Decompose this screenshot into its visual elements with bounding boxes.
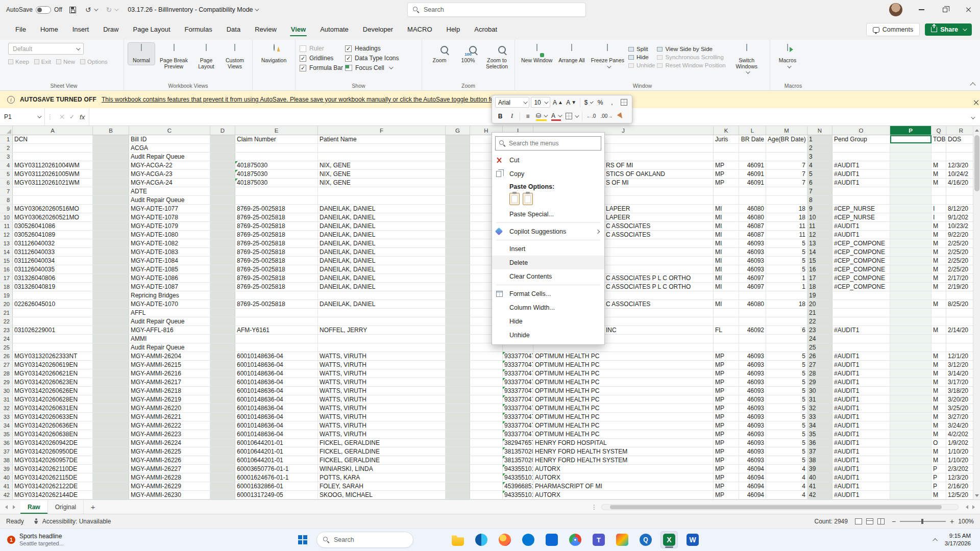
cell-e5[interactable]: 401875030 [235, 170, 318, 178]
cell-d11[interactable] [210, 222, 235, 230]
cell-h41[interactable] [470, 482, 503, 490]
row-header-38[interactable]: 38 [0, 456, 13, 464]
cell-o6[interactable]: #AUDIT1 [832, 179, 890, 187]
cell-n27[interactable]: 27 [807, 361, 832, 369]
cell-c9[interactable]: MGY-ADTE-1077 [129, 205, 210, 213]
row-header-12[interactable]: 12 [0, 231, 13, 239]
cell-h37[interactable] [470, 447, 503, 456]
cell-l13[interactable]: 46093 [739, 239, 766, 247]
cell-q41[interactable]: P [932, 482, 946, 490]
cell-d25[interactable] [210, 343, 235, 352]
comma-format-button[interactable]: , [607, 97, 617, 108]
cell-m9[interactable]: 18 [766, 205, 807, 213]
autosave-control[interactable]: AutoSave Off [6, 6, 62, 14]
cell-m19[interactable] [766, 291, 807, 299]
cell-q11[interactable]: M [932, 222, 946, 230]
cell-g31[interactable] [446, 395, 470, 404]
cell-c37[interactable]: MGY-AMMI-26225 [129, 447, 210, 456]
row-header-16[interactable]: 16 [0, 265, 13, 273]
cell-f27[interactable]: WATTS, VIRUTH [318, 361, 446, 369]
cell-n20[interactable]: 20 [807, 300, 832, 308]
cell-n39[interactable]: 39 [807, 465, 832, 473]
cell-f8[interactable] [318, 196, 446, 204]
cell-r32[interactable]: 3/25/20 [946, 404, 976, 412]
cell-m35[interactable]: 5 [766, 430, 807, 438]
cell-k13[interactable]: MI [714, 239, 739, 247]
cell-a8[interactable] [13, 196, 93, 204]
cell-j36[interactable]: HENRY FORD HOSPITAL [533, 439, 714, 447]
cell-p29[interactable] [890, 378, 932, 386]
cell-c38[interactable]: MGY-AMMI-26226 [129, 456, 210, 464]
cell-e2[interactable] [235, 144, 318, 152]
bold-button[interactable]: B [495, 111, 505, 121]
cell-k17[interactable]: MI [714, 274, 739, 282]
cell-a41[interactable]: MGY031420262122DE [13, 482, 93, 490]
cell-b19[interactable] [93, 291, 129, 299]
cell-g18[interactable] [446, 283, 470, 291]
cell-n33[interactable]: 33 [807, 413, 832, 421]
cell-r12[interactable]: 9/22/20 [946, 231, 976, 239]
cell-r26[interactable]: 12/1/20 [946, 352, 976, 360]
cell-k15[interactable]: MI [714, 257, 739, 265]
cell-p20[interactable] [890, 300, 932, 308]
cell-e15[interactable]: 8769-25-0025818 [235, 257, 318, 265]
new-sheet-button[interactable]: + [88, 502, 98, 512]
cell-l29[interactable]: 46093 [739, 378, 766, 386]
cell-b40[interactable] [93, 473, 129, 482]
cell-l30[interactable]: 46093 [739, 387, 766, 395]
cell-r24[interactable] [946, 335, 976, 343]
cell-p39[interactable] [890, 465, 932, 473]
cell-g8[interactable] [446, 196, 470, 204]
cell-n19[interactable]: 19 [807, 291, 832, 299]
cell-h27[interactable] [470, 361, 503, 369]
menu-tab-data[interactable]: Data [220, 21, 247, 38]
cell-k18[interactable]: MI [714, 283, 739, 291]
cell-n30[interactable]: 30 [807, 387, 832, 395]
cell-b6[interactable] [93, 179, 129, 187]
cell-a21[interactable] [13, 309, 93, 317]
cell-e10[interactable]: 8769-25-0025818 [235, 213, 318, 221]
cell-b26[interactable] [93, 352, 129, 360]
cell-m1[interactable]: Age(BR Date) [766, 135, 807, 143]
cell-k2[interactable] [714, 144, 739, 152]
avatar[interactable] [889, 3, 902, 16]
cell-o26[interactable]: #AUDIT1 [832, 352, 890, 360]
cell-b32[interactable] [93, 404, 129, 412]
cell-m16[interactable]: 5 [766, 265, 807, 273]
cell-p35[interactable] [890, 430, 932, 438]
cell-j30[interactable]: OPTIMUM HEALTH PC [533, 387, 714, 395]
cell-o12[interactable]: #AUDIT1 [832, 231, 890, 239]
focus-cell-button[interactable]: Focus Cell [345, 64, 399, 71]
cell-d33[interactable] [210, 413, 235, 421]
cell-f17[interactable]: DANEILAK, DANIEL [318, 274, 446, 282]
cell-q37[interactable]: M [932, 447, 946, 456]
cell-l4[interactable]: 46091 [739, 161, 766, 169]
autosave-toggle[interactable] [36, 6, 51, 14]
redo-button[interactable]: ↻ [104, 5, 120, 15]
cell-n5[interactable]: 5 [807, 170, 832, 178]
cell-p33[interactable] [890, 413, 932, 421]
collapse-ribbon-icon[interactable] [970, 82, 975, 88]
cell-g39[interactable] [446, 465, 470, 473]
sheet-view-select[interactable]: Default [8, 43, 84, 55]
cell-b27[interactable] [93, 361, 129, 369]
cell-c33[interactable]: MGY-AMMI-26221 [129, 413, 210, 421]
cell-g3[interactable] [446, 153, 470, 161]
cell-l8[interactable] [739, 196, 766, 204]
cell-b13[interactable] [93, 239, 129, 247]
cell-h26[interactable] [470, 352, 503, 360]
macros-button[interactable]: Macros [774, 43, 801, 69]
cell-r8[interactable] [946, 196, 976, 204]
row-header-30[interactable]: 30 [0, 387, 13, 395]
cell-b10[interactable] [93, 213, 129, 221]
cell-q42[interactable]: M [932, 491, 946, 499]
cell-a2[interactable] [13, 144, 93, 152]
cell-e17[interactable]: 8769-25-0025818 [235, 274, 318, 282]
cell-p1[interactable] [890, 135, 932, 143]
cell-d23[interactable] [210, 326, 235, 334]
enter-icon[interactable]: ✓ [69, 113, 75, 120]
cell-a22[interactable] [13, 317, 93, 325]
cell-m4[interactable]: 7 [766, 161, 807, 169]
cell-p5[interactable] [890, 170, 932, 178]
cell-o13[interactable]: #CEP_COMPONE [832, 239, 890, 247]
